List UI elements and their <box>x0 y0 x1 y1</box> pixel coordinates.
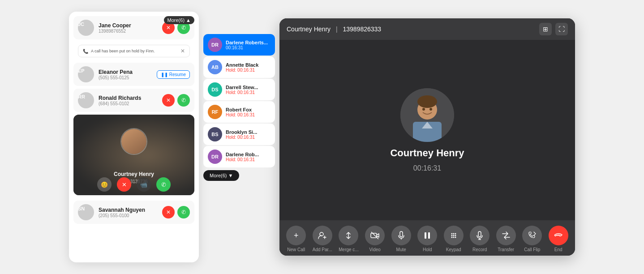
hold-icon <box>417 226 437 245</box>
toolbar-new-call[interactable]: + New Call <box>286 226 306 252</box>
keypad-icon <box>444 226 464 245</box>
svg-point-2 <box>417 95 437 108</box>
record-icon <box>470 226 489 245</box>
call-header: Courtney Henry | 13989826333 ⊞ ⛶ <box>279 18 575 40</box>
queue-name-darrell: Darrell Stew... <box>226 85 258 90</box>
grid-view-button[interactable]: ⊞ <box>539 23 552 35</box>
main-call-panel: Courtney Henry | 13989826333 ⊞ ⛶ <box>279 18 575 256</box>
video-caller-name: Courtney Henry <box>114 171 154 177</box>
more-badge[interactable]: More(6) ▲ <box>164 16 194 24</box>
caller-number-header: 13989826333 <box>343 26 381 33</box>
notification-text: A call has been put on hold by Finn. <box>91 49 180 53</box>
queue-item-darrell[interactable]: DS Darrell Stew... Hold: 00:16:31 <box>203 79 275 100</box>
video-label: Video <box>369 247 381 252</box>
queue-item-brooklyn[interactable]: BS Brooklyn Si... Hold: 00:16:31 <box>203 124 275 145</box>
queue-name-darlene2: Darlene Rob... <box>226 152 259 157</box>
queue-name-robert: Robert Fox <box>226 107 255 112</box>
toolbar-hold[interactable]: Hold <box>417 226 437 252</box>
toolbar-add-participant[interactable]: Add Par... <box>313 226 332 252</box>
call-name-savannah: Savannah Nguyen <box>99 207 158 213</box>
queue-avatar-annette: AB <box>208 60 222 74</box>
svg-rect-13 <box>428 232 430 239</box>
merge-label: Merge c... <box>339 247 358 252</box>
call-item-eleanor: EP Eleanor Pena (505) 555-0125 ❚❚ Resume <box>73 63 194 86</box>
call-body: Courtney Henry 00:16:31 <box>279 40 575 220</box>
accept-button-ronald[interactable]: ✆ <box>177 94 190 107</box>
toolbar-keypad[interactable]: Keypad <box>444 226 464 252</box>
bottom-call-section: SN Savannah Nguyen (205) 555-0100 ✕ ✆ <box>69 198 199 227</box>
svg-point-6 <box>429 108 432 111</box>
new-call-label: New Call <box>287 247 305 252</box>
svg-point-18 <box>453 235 454 236</box>
notification-bar: 📞 A call has been put on hold by Finn. ✕ <box>78 45 190 57</box>
avatar-jane: JC <box>78 20 94 36</box>
svg-point-20 <box>451 237 452 238</box>
svg-rect-23 <box>478 231 481 237</box>
avatar-ronald: RR <box>78 92 94 108</box>
new-call-icon: + <box>286 226 306 245</box>
queue-item-annette[interactable]: AB Annette Black Hold: 00:16:31 <box>203 56 275 78</box>
contact-avatar-svg <box>400 88 454 142</box>
svg-point-15 <box>453 233 454 235</box>
more-queue-button[interactable]: More(6) ▼ <box>203 170 239 181</box>
queue-avatar-robert: RF <box>208 105 222 119</box>
merge-icon <box>339 226 358 245</box>
queue-avatar-darlene2: DR <box>208 150 222 164</box>
svg-point-14 <box>451 233 452 235</box>
toolbar-record[interactable]: Record <box>470 226 489 252</box>
video-end-button[interactable]: ✕ <box>117 177 131 192</box>
resume-button-eleanor[interactable]: ❚❚ Resume <box>157 70 190 79</box>
video-camera-button[interactable]: 📹 <box>137 177 151 192</box>
mute-label: Mute <box>396 247 406 252</box>
notif-close-button[interactable]: ✕ <box>180 48 185 54</box>
toolbar-video[interactable]: Video <box>365 226 385 252</box>
queue-name-darlene-active: Darlene Roberts... <box>226 40 268 45</box>
call-item-ronald: RR Ronald Richards (684) 555-0102 ✕ ✆ <box>73 89 194 112</box>
toolbar-transfer[interactable]: Transfer <box>496 226 516 252</box>
fullscreen-button[interactable]: ⛶ <box>555 23 568 35</box>
svg-point-16 <box>455 233 456 235</box>
decline-button-savannah[interactable]: ✕ <box>162 206 175 218</box>
add-participant-icon <box>313 226 332 245</box>
caller-name-header: Courtney Henry <box>287 26 331 33</box>
keypad-label: Keypad <box>446 247 461 252</box>
call-header-title: Courtney Henry | 13989826333 <box>287 26 381 33</box>
queue-item-darlene2[interactable]: DR Darlene Rob... Hold: 00:16:31 <box>203 146 275 167</box>
call-queue-panel: DR Darlene Roberts... 00:16:31 AB Annett… <box>203 34 275 240</box>
accept-button-savannah[interactable]: ✆ <box>177 206 190 218</box>
toolbar-merge[interactable]: Merge c... <box>339 226 358 252</box>
video-emoji-button[interactable]: 😊 <box>97 177 112 192</box>
toolbar-call-flip[interactable]: Call Flip <box>522 226 542 252</box>
header-separator: | <box>336 26 338 33</box>
queue-item-active[interactable]: DR Darlene Roberts... 00:16:31 <box>203 34 275 56</box>
avatar-eleanor: EP <box>78 66 94 82</box>
toolbar-mute[interactable]: Mute <box>391 226 411 252</box>
video-accept-button[interactable]: ✆ <box>156 177 171 192</box>
record-label: Record <box>472 247 487 252</box>
queue-time-active: 00:16:31 <box>226 45 268 50</box>
svg-point-5 <box>422 108 425 111</box>
transfer-icon <box>496 226 516 245</box>
queue-status-brooklyn: Hold: 00:16:31 <box>226 135 257 140</box>
svg-point-19 <box>455 235 456 236</box>
notif-icon: 📞 <box>83 49 88 54</box>
left-call-panel: More(6) ▲ JC Jane Cooper 13989876552 ✕ ✆… <box>69 12 199 262</box>
call-list: JC Jane Cooper 13989876552 ✕ ✆ 📞 A call … <box>69 12 199 112</box>
queue-name-annette: Annette Black <box>226 62 258 68</box>
svg-point-22 <box>455 237 456 238</box>
queue-avatar-darlene-active: DR <box>208 38 222 52</box>
call-flip-label: Call Flip <box>524 247 540 252</box>
call-name-ronald: Ronald Richards <box>99 95 158 101</box>
add-participant-label: Add Par... <box>313 247 332 252</box>
end-call-icon <box>549 226 568 245</box>
toolbar-end[interactable]: End <box>549 226 568 252</box>
svg-point-21 <box>453 237 454 238</box>
avatar-savannah: SN <box>78 204 94 220</box>
queue-status-darrell: Hold: 00:16:31 <box>226 90 258 95</box>
queue-item-robert[interactable]: RF Robert Fox Hold: 00:16:31 <box>203 101 275 123</box>
hold-label: Hold <box>423 247 432 252</box>
call-flip-icon <box>522 226 542 245</box>
video-icon <box>365 226 385 245</box>
queue-avatar-darrell: DS <box>208 82 222 97</box>
decline-button-ronald[interactable]: ✕ <box>162 94 175 107</box>
